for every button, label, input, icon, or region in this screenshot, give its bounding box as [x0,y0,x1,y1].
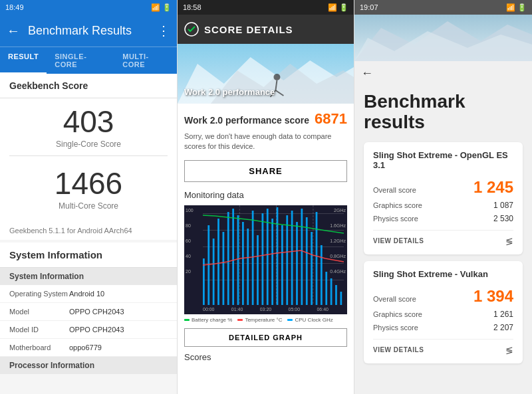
svg-rect-12 [222,232,224,305]
svg-rect-35 [335,285,337,305]
card-vulkan: Sling Shot Extreme - Vulkan Overall scor… [364,261,523,363]
chart-y-label-60: 60 [186,239,191,243]
card1-overall-row: Overall score 1 245 [373,178,513,197]
info-key-model-id: Model ID [9,326,69,334]
svg-rect-17 [247,229,249,305]
score-row: Work 2.0 performance score 6871 [184,110,347,128]
share-button[interactable]: SHARE [184,160,347,182]
more-button-p1[interactable]: ⋮ [157,23,170,39]
info-val-os: Android 10 [69,290,104,298]
card2-physics-value: 2 207 [493,323,513,332]
svg-rect-14 [232,209,234,305]
svg-rect-34 [331,278,332,305]
legend-label-battery: Battery charge % [192,317,232,323]
processor-info-header: Processor Information [0,357,177,374]
panel-score-details: 18:58 📶 🔋 SCORE DETAILS [178,0,354,394]
tab-single-core[interactable]: SINGLE-CORE [47,47,114,74]
card1-physics-row: Physics score 2 530 [373,214,513,223]
monitoring-title: Monitoring data [184,190,347,200]
legend-dot-battery [184,319,190,321]
card2-view-details-text[interactable]: VIEW DETAILS [373,346,424,353]
card2-title: Sling Shot Extreme - Vulkan [373,269,513,279]
sys-info-header: System Information [0,268,177,285]
legend-dot-temp [237,319,243,321]
status-bar-p3: 19:07 📶 🔋 [354,0,532,15]
card1-overall-label: Overall score [373,186,416,194]
svg-rect-10 [213,239,215,305]
info-row-model-id: Model ID OPPO CPH2043 [0,321,177,339]
back-button-p3[interactable]: ← [361,66,373,80]
score-num: 6871 [315,110,347,128]
hero-label: Work 2.0 performance [184,87,275,97]
legend-temp: Temperature °C [237,317,282,323]
toolbar-title-p1: Benchmark Results [28,24,157,38]
svg-rect-15 [237,215,239,305]
content-p2: Work 2.0 performance score 6871 Sorry, w… [178,104,354,394]
card1-graphics-label: Graphics score [373,201,422,209]
svg-rect-23 [277,207,279,305]
svg-rect-19 [257,235,259,305]
tabs-p1: RESULT SINGLE-CORE MULTI-CORE [0,47,177,74]
icons-p2: 📶 🔋 [328,3,348,12]
card1-view-details-text[interactable]: VIEW DETAILS [373,237,424,245]
time-label-3: 05:00 [289,307,301,312]
single-core-block: 403 Single-Core Score [0,98,177,160]
sorry-text: Sorry, we don't have enough data to comp… [184,132,347,152]
card1-share-icon[interactable]: ≶ [505,236,513,246]
card-opengl: Sling Shot Extreme - OpenGL ES 3.1 Overa… [364,142,523,254]
multi-core-score: 1466 [0,168,177,199]
svg-rect-20 [261,213,263,305]
detailed-graph-button[interactable]: DETAILED GRAPH [184,328,347,347]
info-val-motherboard: oppo6779 [69,344,102,351]
card2-overall-value: 1 394 [473,287,513,306]
chart-y-label-100: 100 [186,208,194,213]
hero-image-p2: Work 2.0 performance [178,44,354,104]
sys-info-title: System Information [0,243,177,268]
legend-label-cpu: CPU Clock GHz [295,317,332,323]
time-p3: 19:07 [360,3,378,11]
card2-share-icon[interactable]: ≶ [505,345,513,355]
info-key-motherboard: Motherboard [9,344,69,351]
card2-graphics-label: Graphics score [373,310,422,318]
chart-time-axis: 00:00 01:40 03:20 05:00 06:40 [184,305,347,314]
chart-legend: Battery charge % Temperature °C CPU Cloc… [184,317,347,323]
card1-graphics-row: Graphics score 1 087 [373,201,513,210]
legend-dot-cpu [287,319,293,321]
toolbar-p2: SCORE DETAILS [178,15,354,44]
svg-rect-32 [321,245,323,305]
hero-bg-p3 [354,15,532,61]
info-key-model: Model [9,308,69,316]
status-bar-p1: 18:49 📶 🔋 [0,0,177,15]
svg-rect-27 [296,222,298,305]
card2-overall-label: Overall score [373,295,416,303]
legend-cpu: CPU Clock GHz [287,317,332,323]
chart-y-label-20: 20 [186,269,191,274]
chart-y-label-80: 80 [186,223,191,228]
time-p1: 18:49 [5,3,24,11]
chart-svg [203,205,344,305]
svg-rect-24 [281,225,283,305]
time-p2: 18:58 [183,3,201,11]
monitoring-chart: 100 80 60 40 20 2GHz 1.6GHz 1.2GHz 0.8GH… [184,205,347,305]
tab-multi-core[interactable]: MULTI-CORE [114,47,177,74]
svg-rect-25 [286,215,288,305]
info-val-model-id: OPPO CPH2043 [69,326,124,334]
back-button-p1[interactable]: ← [7,23,20,39]
card2-graphics-value: 1 261 [493,310,513,319]
panel-benchmark-results: 19:07 📶 🔋 ← Benchmark results Sling Shot… [354,0,532,394]
content-p1: Geekbench Score 403 Single-Core Score 14… [0,74,177,394]
toolbar-p3: ← [354,61,532,85]
card1-graphics-value: 1 087 [493,201,513,210]
tab-result[interactable]: RESULT [0,47,47,74]
toolbar-p1: ← Benchmark Results ⋮ [0,15,177,47]
card2-overall-row: Overall score 1 394 [373,287,513,306]
svg-rect-26 [291,211,293,305]
svg-rect-21 [267,209,269,305]
svg-rect-16 [242,222,244,305]
score-text: Work 2.0 performance score [184,115,309,126]
info-val-model: OPPO CPH2043 [69,308,124,316]
score-divider [9,155,168,156]
info-row-model: Model OPPO CPH2043 [0,303,177,321]
svg-point-4 [273,74,280,80]
info-row-os: Operating System Android 10 [0,285,177,303]
